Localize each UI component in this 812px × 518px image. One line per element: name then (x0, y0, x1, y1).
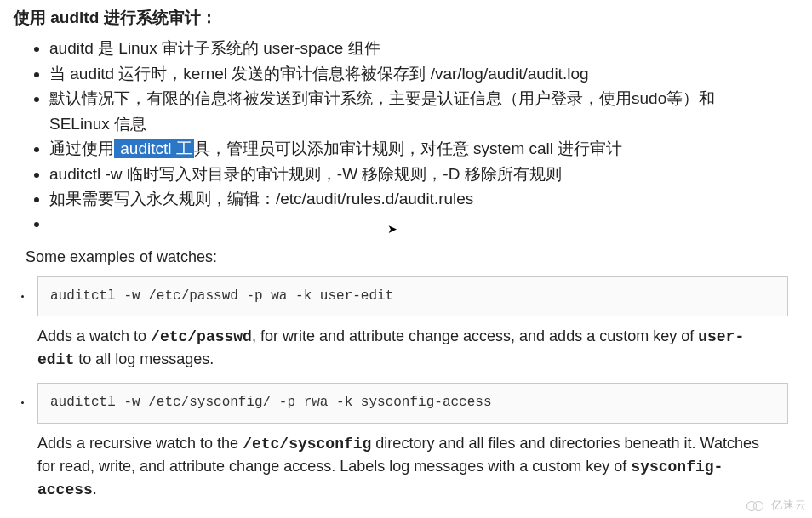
bullet-text-pre: 通过使用 (49, 139, 114, 157)
example-item: auditctl -w /etc/sysconfig/ -p rwa -k sy… (32, 383, 803, 501)
bullet-text: 如果需要写入永久规则，编辑：/etc/audit/rules.d/audit.r… (49, 190, 473, 208)
desc-text: to all log messages. (74, 350, 214, 367)
code-block: auditctl -w /etc/passwd -p wa -k user-ed… (37, 276, 788, 317)
example-description: Adds a watch to /etc/passwd, for write a… (37, 325, 780, 371)
example-item: auditctl -w /etc/passwd -p wa -k user-ed… (32, 276, 803, 372)
watermark-text: 亿速云 (771, 497, 807, 515)
desc-mono: /etc/passwd (151, 328, 252, 345)
list-item: auditctl -w 临时写入对目录的审计规则，-W 移除规则，-D 移除所有… (49, 162, 803, 186)
list-item: 通过使用 auditctl 工具，管理员可以添加审计规则，对任意 system … (49, 136, 803, 161)
watermark-logo-icon (746, 500, 769, 512)
list-item (49, 211, 803, 236)
desc-text: , for write and attribute change access,… (252, 327, 698, 344)
example-description: Adds a recursive watch to the /etc/sysco… (37, 432, 780, 501)
desc-text: Adds a watch to (37, 327, 151, 344)
watermark: 亿速云 (746, 497, 807, 515)
list-item: 如果需要写入永久规则，编辑：/etc/audit/rules.d/audit.r… (49, 186, 803, 211)
desc-text: . (93, 481, 97, 498)
list-item: auditd 是 Linux 审计子系统的 user-space 组件 (49, 36, 803, 60)
desc-mono: /etc/sysconfig (243, 435, 371, 453)
bullet-text: auditctl -w 临时写入对目录的审计规则，-W 移除规则，-D 移除所有… (49, 165, 562, 183)
bullet-text: auditd 是 Linux 审计子系统的 user-space 组件 (49, 39, 380, 57)
highlighted-text: auditctl 工 (114, 139, 194, 158)
examples-heading: Some examples of watches: (26, 245, 803, 270)
main-bullet-list: auditd 是 Linux 审计子系统的 user-space 组件 当 au… (14, 36, 803, 236)
page-heading: 使用 auditd 进行系统审计： (14, 5, 803, 31)
bullet-text-post: 具，管理员可以添加审计规则，对任意 system call 进行审计 (194, 139, 623, 157)
list-item: 默认情况下，有限的信息将被发送到审计系统，主要是认证信息（用户登录，使用sudo… (49, 86, 803, 136)
examples-list: auditctl -w /etc/passwd -p wa -k user-ed… (14, 276, 803, 502)
list-item: 当 auditd 运行时，kernel 发送的审计信息将被保存到 /var/lo… (49, 61, 803, 86)
code-block: auditctl -w /etc/sysconfig/ -p rwa -k sy… (37, 383, 788, 424)
desc-text: Adds a recursive watch to the (37, 435, 243, 452)
bullet-text: 默认情况下，有限的信息将被发送到审计系统，主要是认证信息（用户登录，使用sudo… (49, 89, 715, 132)
bullet-text: 当 auditd 运行时，kernel 发送的审计信息将被保存到 /var/lo… (49, 65, 589, 83)
